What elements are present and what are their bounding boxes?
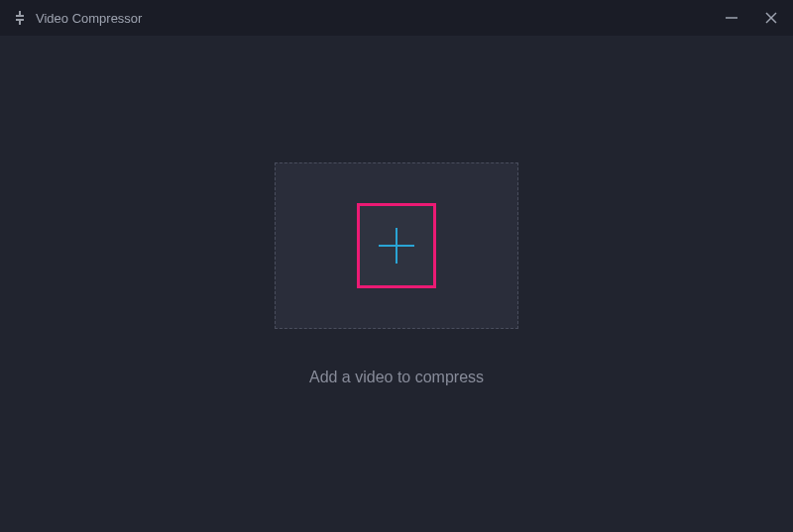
titlebar-left: Video Compressor [12, 10, 142, 26]
add-video-button[interactable] [357, 203, 436, 288]
app-title: Video Compressor [36, 11, 142, 26]
main-area: Add a video to compress [0, 36, 793, 532]
plus-icon [375, 224, 418, 267]
minimize-button[interactable] [722, 8, 741, 28]
close-button[interactable] [761, 8, 781, 28]
titlebar: Video Compressor [0, 0, 793, 36]
instruction-text: Add a video to compress [309, 369, 484, 386]
compress-icon [12, 10, 28, 26]
window-controls [722, 8, 781, 28]
video-dropzone[interactable] [275, 162, 518, 329]
